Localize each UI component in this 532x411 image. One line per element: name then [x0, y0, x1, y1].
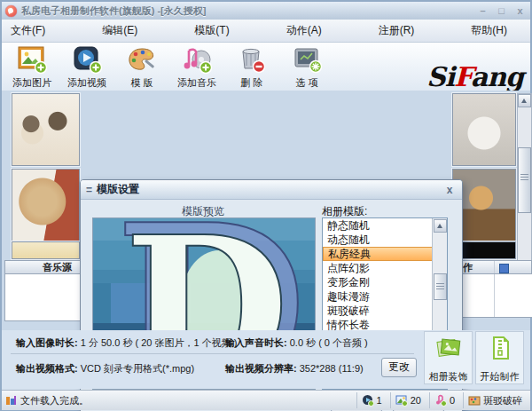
input-audio-duration-value: 0.0 秒 ( 0 个音频 ) — [290, 337, 368, 348]
maximize-icon[interactable]: □ — [495, 5, 508, 17]
scroll-up-icon[interactable] — [434, 219, 447, 233]
minimize-icon[interactable]: – — [476, 5, 489, 17]
template-item[interactable]: 趣味漫游 — [323, 289, 432, 304]
video-count: 1 — [377, 395, 382, 406]
options-button[interactable]: 选 项 — [280, 44, 333, 89]
template-button[interactable]: 模 版 — [115, 44, 168, 89]
scroll-up-icon[interactable] — [518, 94, 531, 107]
logo-part: Si — [426, 61, 454, 92]
menubar: 文件(F) 编辑(E) 模版(T) 动作(A) 注册(R) 帮助(H) 歌词制作 — [2, 20, 530, 43]
toolbar-label: 选 项 — [295, 77, 317, 89]
sifang-logo: SiFang — [426, 64, 523, 91]
toolbar-label: 添加音乐 — [177, 77, 216, 89]
input-audio-duration-label: 输入声音时长: — [225, 337, 287, 348]
output-resolution-label: 输出视频分辨率: — [225, 363, 297, 374]
logo-part: F — [454, 61, 471, 92]
add-image-icon — [15, 45, 49, 75]
music-source-label: 音乐源 — [43, 262, 72, 273]
photo-thumbnail[interactable] — [12, 93, 80, 166]
album-decorate-icon — [435, 335, 462, 361]
current-template-name: 斑驳破碎 — [483, 394, 522, 407]
audio-count-icon — [434, 394, 447, 407]
dialog-title: 模版设置 — [97, 182, 139, 197]
scrollbar-thumb[interactable] — [434, 273, 447, 300]
delete-button[interactable]: 删 除 — [225, 44, 278, 89]
template-item[interactable]: 静态随机 — [323, 218, 432, 233]
menu-action[interactable]: 动作(A) — [283, 20, 325, 41]
template-item[interactable]: 点阵幻影 — [323, 261, 432, 275]
output-resolution-value: 352*288 (11:9) — [300, 363, 364, 374]
template-palette-icon — [125, 45, 159, 75]
output-format-value: VCD 刻录专用格式(*.mpg) — [81, 363, 194, 374]
start-make-icon — [487, 335, 513, 361]
album-decorate-label: 相册装饰 — [429, 370, 468, 383]
close-icon[interactable]: x — [513, 5, 527, 17]
change-button[interactable]: 更改 — [381, 358, 417, 377]
toolbar: 添加图片 添加视频 模 版 — [2, 43, 530, 91]
menu-edit[interactable]: 编辑(E) — [98, 20, 141, 41]
audio-count: 0 — [450, 395, 455, 406]
scrollbar-thumb[interactable] — [518, 147, 531, 213]
status-info-icon — [5, 395, 17, 407]
add-music-button[interactable]: 添加音乐 — [170, 44, 223, 89]
photo-thumbnail[interactable] — [452, 93, 516, 166]
menu-help[interactable]: 帮助(H) — [467, 20, 511, 41]
start-make-button[interactable]: 开始制作 — [475, 331, 524, 384]
status-message: 文件载入完成。 — [20, 394, 89, 407]
add-image-button[interactable]: 添加图片 — [5, 44, 59, 89]
current-template-cell: 斑驳破碎 — [463, 392, 527, 408]
add-video-button[interactable]: 添加视频 — [60, 44, 113, 89]
video-count-icon — [362, 394, 374, 407]
image-count: 20 — [411, 395, 421, 406]
app-icon — [5, 5, 17, 17]
toolbar-label: 模 版 — [130, 77, 153, 89]
input-image-duration-value: 1 分 50.0 秒 ( 20 张图片，1 个视频 ) — [81, 337, 238, 348]
delete-trash-icon — [235, 45, 269, 75]
menu-register[interactable]: 注册(R) — [375, 20, 419, 41]
main-area: 音乐源 操作 = 模版设置 x 模版预览 — [2, 91, 530, 330]
options-gear-icon — [290, 45, 324, 75]
logo-part: ang — [471, 61, 523, 92]
template-item-selected[interactable]: 私房经典 — [323, 247, 434, 261]
app-window: 私房电子相册制作软件(旗舰版) -[永久授权] – □ x 文件(F) 编辑(E… — [0, 0, 532, 411]
photo-thumbnail[interactable] — [12, 241, 80, 259]
video-count-cell: 1 — [356, 392, 387, 408]
divider — [11, 353, 414, 354]
menu-file[interactable]: 文件(F) — [7, 20, 49, 41]
album-decorate-button[interactable]: 相册装饰 — [424, 331, 473, 384]
dialog-titlebar[interactable]: = 模版设置 x — [81, 180, 462, 200]
menu-template[interactable]: 模版(T) — [191, 20, 232, 41]
template-item[interactable]: 斑驳破碎 — [323, 304, 432, 318]
image-count-cell: 20 — [390, 392, 426, 408]
statusbar: 文件载入完成。 1 20 — [2, 390, 530, 410]
photo-thumbnail[interactable] — [12, 169, 80, 241]
toolbar-label: 添加图片 — [12, 77, 51, 89]
window-title: 私房电子相册制作软件(旗舰版) -[永久授权] — [21, 4, 206, 18]
toolbar-label: 删 除 — [240, 77, 262, 89]
template-item[interactable]: 变形金刚 — [323, 275, 432, 289]
start-make-label: 开始制作 — [481, 370, 520, 383]
template-status-icon — [468, 394, 481, 407]
dialog-close-icon[interactable]: x — [442, 184, 457, 196]
add-video-icon — [70, 45, 104, 75]
image-count-icon — [395, 394, 408, 407]
dialog-menu-icon: = — [86, 184, 92, 196]
output-format-label: 输出视频格式: — [16, 363, 78, 374]
input-image-duration-label: 输入图像时长: — [16, 337, 78, 348]
add-music-icon — [180, 45, 214, 75]
column-sort-icon[interactable] — [499, 264, 509, 273]
titlebar: 私房电子相册制作软件(旗舰版) -[永久授权] – □ x — [2, 2, 530, 20]
audio-count-cell: 0 — [429, 392, 459, 408]
info-area: 输入图像时长: 1 分 50.0 秒 ( 20 张图片，1 个视频 ) 输入声音… — [2, 330, 530, 389]
template-item[interactable]: 动态随机 — [323, 233, 432, 247]
toolbar-label: 添加视频 — [67, 77, 106, 89]
